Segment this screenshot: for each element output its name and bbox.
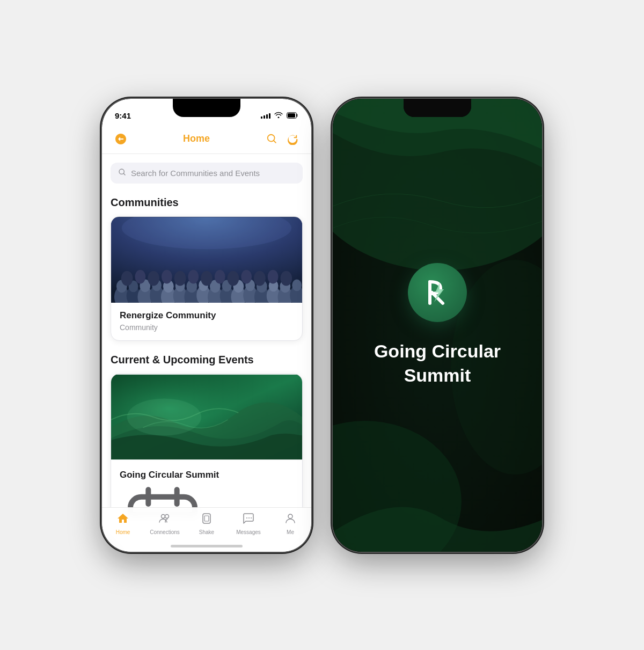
messages-tab-icon [242,512,255,527]
tab-messages[interactable]: Messages [228,512,269,535]
shake-tab-label: Shake [199,529,214,535]
splash-screen: Going Circular Summit [333,99,542,552]
splash-title-line1: Going Circular [374,339,501,363]
svg-point-53 [127,398,201,435]
battery-icon [287,111,298,121]
connections-tab-icon [158,512,171,527]
svg-point-65 [248,517,250,518]
tab-me[interactable]: Me [269,512,311,535]
svg-point-48 [268,269,279,283]
tab-shake[interactable]: Shake [186,512,228,535]
community-card-title: Renergize Community [120,310,294,321]
wifi-icon [274,112,283,120]
home-indicator [171,545,243,547]
back-icon[interactable] [113,131,129,147]
svg-point-44 [215,269,225,283]
svg-point-40 [162,269,172,283]
status-icons [261,111,298,121]
phone-right: Going Circular Summit [333,99,542,552]
community-card[interactable]: Renergize Community Community [111,216,303,341]
svg-rect-63 [204,516,209,521]
search-header-icon[interactable] [264,131,280,147]
svg-point-49 [280,271,292,286]
splash-notch [404,99,471,117]
splash-content: Going Circular Summit [333,99,542,552]
app-logo [408,263,467,322]
svg-point-47 [254,271,266,286]
svg-point-67 [288,514,292,518]
shake-tab-icon [200,512,213,527]
community-card-body: Renergize Community Community [111,303,302,340]
scene: 9:41 [102,99,542,552]
search-bar-placeholder: Search for Communities and Events [131,169,260,178]
svg-rect-1 [288,113,295,118]
splash-title-line2: Summit [374,363,501,387]
svg-point-66 [251,517,252,518]
left-screen: 9:41 [102,99,311,552]
event-card[interactable]: Going Circular Summit [111,374,303,516]
phone-left: 9:41 [102,99,311,552]
status-time: 9:41 [115,111,131,120]
home-tab-icon [116,512,129,527]
svg-point-64 [246,517,247,518]
messages-tab-label: Messages [236,529,261,535]
app-header: Home [102,126,311,154]
events-section-title: Current & Upcoming Events [111,354,303,366]
splash-title: Going Circular Summit [374,339,501,386]
status-bar: 9:41 [102,99,311,126]
header-right-icons [264,131,301,147]
tab-connections[interactable]: Connections [144,512,186,535]
community-card-subtitle: Community [120,323,294,332]
svg-rect-62 [203,514,210,523]
event-card-image [111,374,302,462]
svg-point-41 [174,271,186,286]
connections-tab-label: Connections [150,529,180,535]
refresh-icon[interactable] [284,131,301,147]
svg-point-39 [148,271,159,286]
svg-point-42 [188,269,199,283]
svg-point-45 [228,271,239,286]
header-title: Home [183,133,210,144]
svg-point-43 [201,271,213,286]
svg-point-37 [121,271,133,286]
event-card-title: Going Circular Summit [120,470,294,480]
svg-point-38 [135,269,146,283]
svg-point-46 [241,269,252,283]
home-tab-label: Home [116,529,130,535]
svg-point-61 [165,514,169,518]
search-bar[interactable]: Search for Communities and Events [111,163,303,184]
me-tab-label: Me [287,529,294,535]
svg-point-60 [162,514,165,518]
svg-point-36 [292,279,302,291]
me-tab-icon [284,512,297,527]
search-bar-icon [118,168,127,178]
tab-home[interactable]: Home [102,512,144,535]
communities-section-title: Communities [111,196,303,209]
signal-bars-icon [261,113,270,119]
community-card-image [111,217,302,303]
scroll-content: Search for Communities and Events Commun… [102,154,311,516]
